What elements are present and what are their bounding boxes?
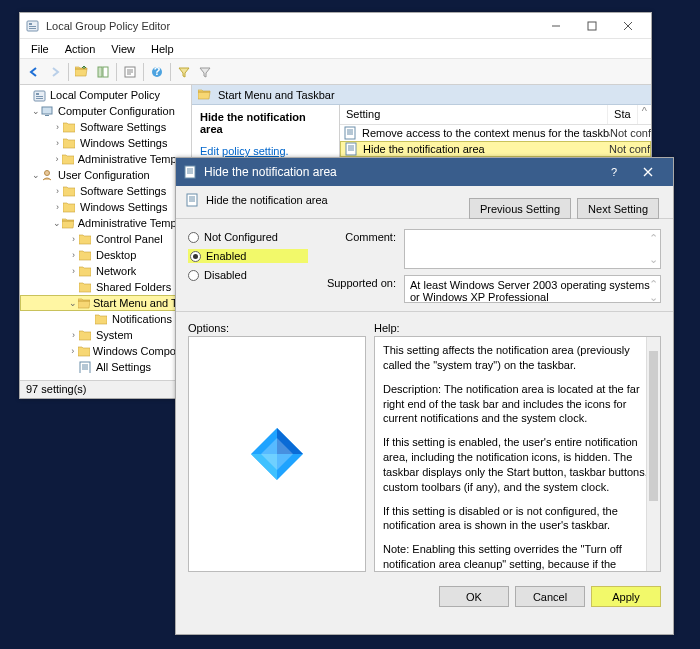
tree-item[interactable]: ›Windows Components: [20, 343, 191, 359]
tree-item[interactable]: All Settings: [20, 359, 191, 375]
tree-item-selected[interactable]: ⌄Start Menu and Taskbar: [20, 295, 191, 311]
scope-title: Start Menu and Taskbar: [218, 89, 335, 101]
filter-options-button[interactable]: [195, 62, 215, 82]
properties-button[interactable]: [120, 62, 140, 82]
folder-icon: [78, 345, 90, 357]
svg-rect-12: [45, 115, 49, 116]
previous-setting-button[interactable]: Previous Setting: [469, 198, 571, 219]
help-scrollbar[interactable]: [646, 337, 660, 571]
help-button[interactable]: ?: [147, 62, 167, 82]
gpedit-title: Local Group Policy Editor: [46, 20, 539, 32]
filter-button[interactable]: [174, 62, 194, 82]
radio-disabled[interactable]: Disabled: [188, 269, 308, 281]
up-button[interactable]: [72, 62, 92, 82]
tree-item[interactable]: ›Windows Settings: [20, 199, 191, 215]
watermark-logo-icon: [247, 424, 307, 484]
policy-icon: [33, 89, 47, 101]
tree-item[interactable]: ›Software Settings: [20, 183, 191, 199]
folder-icon: [62, 153, 75, 165]
dialog-title: Hide the notification area: [204, 165, 597, 179]
tree-item[interactable]: Shared Folders: [20, 279, 191, 295]
scope-header: Start Menu and Taskbar: [192, 85, 651, 105]
menubar: File Action View Help: [20, 39, 651, 59]
policy-icon: [345, 142, 359, 156]
svg-point-13: [45, 171, 50, 176]
folder-icon: [79, 329, 93, 341]
svg-rect-11: [42, 107, 52, 114]
show-hide-tree-button[interactable]: [93, 62, 113, 82]
policy-dialog: Hide the notification area ? Hide the no…: [175, 157, 674, 635]
svg-rect-6: [98, 67, 102, 77]
help-label: Help:: [374, 322, 400, 334]
tree-admin-templates[interactable]: ⌄Administrative Templates: [20, 215, 191, 231]
close-button[interactable]: [611, 16, 645, 36]
tree-user-config[interactable]: ⌄User Configuration: [20, 167, 191, 183]
comment-textarea[interactable]: ⌃⌄: [404, 229, 661, 269]
col-state[interactable]: Sta: [608, 105, 638, 124]
tree-item[interactable]: ›Software Settings: [20, 119, 191, 135]
tree-item[interactable]: ›Administrative Templates: [20, 151, 191, 167]
minimize-button[interactable]: [539, 16, 573, 36]
dialog-help-button[interactable]: ?: [597, 161, 631, 183]
forward-button[interactable]: [45, 62, 65, 82]
folder-icon: [63, 185, 77, 197]
maximize-button[interactable]: [575, 16, 609, 36]
col-setting[interactable]: Setting: [340, 105, 608, 124]
tree-item[interactable]: ›Network: [20, 263, 191, 279]
radio-enabled[interactable]: Enabled: [188, 249, 308, 263]
tree-item[interactable]: Notifications: [20, 311, 191, 327]
folder-icon: [63, 121, 77, 133]
back-button[interactable]: [24, 62, 44, 82]
selected-policy-title: Hide the notification area: [200, 111, 331, 135]
ok-button[interactable]: OK: [439, 586, 509, 607]
folder-icon: [78, 297, 90, 309]
next-setting-button[interactable]: Next Setting: [577, 198, 659, 219]
apply-button[interactable]: Apply: [591, 586, 661, 607]
tree-item[interactable]: ›Windows Settings: [20, 135, 191, 151]
user-icon: [41, 169, 55, 181]
folder-icon: [79, 281, 93, 293]
svg-rect-7: [103, 67, 108, 77]
tree-item[interactable]: ›Control Panel: [20, 231, 191, 247]
folder-icon: [79, 249, 93, 261]
menu-file[interactable]: File: [24, 41, 56, 57]
policy-icon: [186, 193, 200, 207]
supported-on-field: At least Windows Server 2003 operating s…: [404, 275, 661, 303]
supported-label: Supported on:: [320, 275, 396, 289]
list-row[interactable]: Remove access to the context menus for t…: [340, 125, 651, 141]
gpedit-app-icon: [26, 19, 40, 33]
list-header[interactable]: Setting Sta ^: [340, 105, 651, 125]
menu-view[interactable]: View: [104, 41, 142, 57]
tree-item[interactable]: ›Desktop: [20, 247, 191, 263]
options-label: Options:: [188, 322, 366, 334]
computer-icon: [41, 105, 55, 117]
dialog-titlebar[interactable]: Hide the notification area ?: [176, 158, 673, 186]
console-tree[interactable]: Local Computer Policy ⌄Computer Configur…: [20, 85, 192, 380]
options-pane: [188, 336, 366, 572]
tree-item[interactable]: ›System: [20, 327, 191, 343]
toolbar: ?: [20, 59, 651, 85]
policy-icon: [184, 165, 198, 179]
folder-icon: [79, 233, 93, 245]
settings-icon: [79, 361, 93, 373]
folder-icon: [79, 265, 93, 277]
folder-icon: [95, 313, 109, 325]
svg-rect-5: [588, 22, 596, 30]
list-row-selected[interactable]: Hide the notification areaNot conf: [340, 141, 651, 157]
folder-icon: [62, 217, 75, 229]
menu-action[interactable]: Action: [58, 41, 103, 57]
folder-icon: [198, 88, 212, 102]
menu-help[interactable]: Help: [144, 41, 181, 57]
policy-icon: [344, 126, 358, 140]
radio-not-configured[interactable]: Not Configured: [188, 231, 308, 243]
tree-root[interactable]: Local Computer Policy: [20, 87, 191, 103]
edit-policy-link[interactable]: Edit policy setting.: [200, 145, 331, 157]
svg-text:?: ?: [154, 66, 161, 77]
comment-label: Comment:: [320, 229, 396, 243]
gpedit-titlebar[interactable]: Local Group Policy Editor: [20, 13, 651, 39]
svg-text:?: ?: [611, 167, 617, 177]
tree-computer-config[interactable]: ⌄Computer Configuration: [20, 103, 191, 119]
cancel-button[interactable]: Cancel: [515, 586, 585, 607]
help-pane[interactable]: This setting affects the notification ar…: [374, 336, 661, 572]
dialog-close-button[interactable]: [631, 161, 665, 183]
